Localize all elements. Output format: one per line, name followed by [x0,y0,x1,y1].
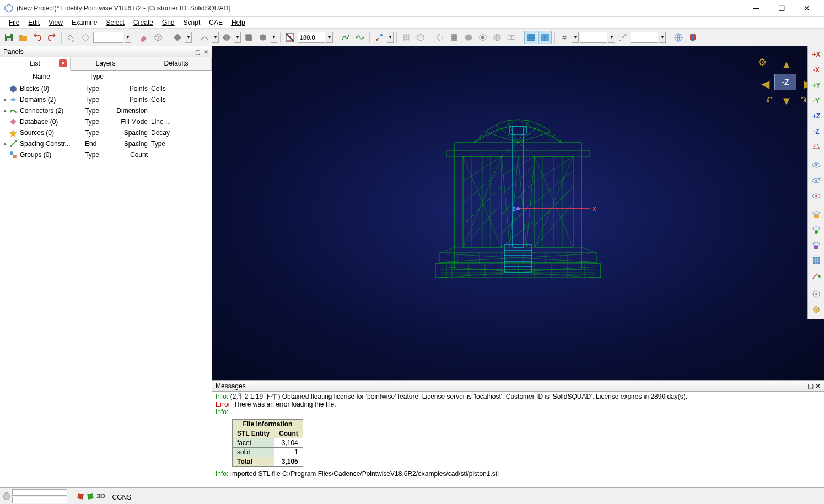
tree-row-database[interactable]: Database (0) Type Fill Mode Line ... [0,116,212,127]
menu-help[interactable]: Help [227,18,250,28]
eye-icon-1[interactable] [809,158,823,172]
spline-icon-2[interactable] [353,31,367,44]
eye-purple-icon[interactable] [809,238,823,252]
eraser-icon[interactable] [137,31,150,44]
tab-list[interactable]: List ✕ [0,57,71,71]
view-plus-y[interactable]: +Y [809,78,823,93]
tree-row-blocks[interactable]: Blocks (0) Type Points Cells [0,83,212,94]
tool-icon-1[interactable] [64,31,78,44]
node-icon[interactable] [373,31,386,44]
angle-dropdown[interactable]: ▾ [326,32,333,43]
globe-icon[interactable] [672,31,685,44]
mesh-icon-2[interactable] [414,31,427,44]
nav-up-icon[interactable]: ▲ [781,58,792,71]
menu-select[interactable]: Select [102,18,129,28]
tool-icon-2[interactable] [79,31,92,44]
menu-file[interactable]: File [4,18,24,28]
nav-down-icon[interactable]: ▼ [781,95,792,107]
mesh-icon-1[interactable] [400,31,413,44]
tree-row-sources[interactable]: Sources (0) Type Spacing Decay [0,127,212,138]
menu-view[interactable]: View [44,18,67,28]
view-plus-z[interactable]: +Z [809,109,823,123]
panel-float-icon[interactable]: ▢ [195,49,200,55]
panel-close-icon[interactable]: ✕ [204,49,208,55]
layers-icon[interactable] [242,31,255,44]
tree-row-connectors[interactable]: ▸ Connectors (2) Type Dimension [0,105,212,116]
open-icon[interactable] [17,31,30,44]
eye-grid-icon[interactable] [809,253,823,268]
eye-red-icon[interactable] [809,189,823,203]
sphere-icon[interactable] [220,31,233,44]
view-minus-y[interactable]: -Y [809,94,823,108]
curve-dropdown-1[interactable]: ▾ [212,32,219,43]
tree-row-domains[interactable]: ▸ Domains (2) Type Points Cells [0,94,212,105]
toolbar-dropdown-3[interactable]: ▾ [659,32,666,43]
grid-toggle-1[interactable] [524,31,537,44]
minimize-button[interactable]: ─ [744,0,769,17]
diamond-icon-2[interactable] [433,31,446,44]
redo-icon[interactable] [45,31,58,44]
col-type[interactable]: Type [83,73,110,80]
circles-icon[interactable] [505,31,518,44]
tree-row-spacing[interactable]: ▸ Spacing Constr... End Spacing Type [0,138,212,149]
close-button[interactable]: ✕ [794,0,820,17]
sphere-wire-icon[interactable] [491,31,504,44]
eye-layers-icon[interactable] [809,207,823,221]
tab-defaults[interactable]: Defaults [141,57,212,70]
toolbar-dropdown-2[interactable]: ▾ [608,32,615,43]
sphere-dropdown[interactable]: ▾ [234,32,241,43]
menu-grid[interactable]: Grid [158,18,179,28]
shaded-dropdown[interactable]: ▾ [271,32,277,43]
eye-green-icon[interactable] [809,223,823,237]
cube-small-icon[interactable] [809,302,823,317]
diamond-dropdown[interactable]: ▾ [185,32,192,43]
toolbar-input-2[interactable] [580,32,607,43]
tab-layers[interactable]: Layers [71,57,141,70]
messages-body[interactable]: Info: (2月 2 1:19 下午) Obtained floating l… [212,392,824,487]
diamond-icon[interactable] [171,31,184,44]
block-icon-2[interactable] [476,31,489,44]
node-dropdown[interactable]: ▾ [387,32,394,43]
menu-cae[interactable]: CAE [204,18,227,28]
curve-tool-icon[interactable] [809,269,823,283]
view-plus-x[interactable]: +X [809,47,823,62]
view-minus-x[interactable]: -X [809,63,823,77]
toolbar-dropdown-1[interactable]: ▾ [125,32,131,43]
maximize-button[interactable]: ☐ [769,0,794,17]
hash-icon[interactable]: # [558,31,571,44]
menu-create[interactable]: Create [129,18,158,28]
block-icon-1[interactable] [462,31,475,44]
spline-icon-1[interactable] [339,31,352,44]
toolbar-input-1[interactable] [93,32,123,43]
messages-close-icon[interactable]: ✕ [815,382,821,390]
nav-ccw-icon[interactable]: ↶ [763,94,775,106]
menu-script[interactable]: Script [179,18,205,28]
col-name[interactable]: Name [0,73,83,80]
shield-icon[interactable] [686,31,699,44]
measure-icon[interactable] [616,31,629,44]
hash-dropdown[interactable]: ▾ [572,32,579,43]
save-icon[interactable] [2,31,15,44]
target-icon[interactable] [809,287,823,301]
nav-gear-icon[interactable]: ⚙ [758,56,767,68]
angle-icon[interactable] [283,31,297,44]
nav-left-icon[interactable]: ◀ [761,77,769,90]
3d-viewport[interactable]: x z ⚙ ⌂ ▲ ◀ ▶ ▼ ↶ ↷ -Z [212,46,824,380]
nav-cube[interactable]: -Z [774,74,796,90]
toolbar-input-3[interactable] [631,32,658,43]
tab-list-close[interactable]: ✕ [59,59,67,67]
undo-icon[interactable] [31,31,44,44]
view-iso-icon[interactable] [809,140,823,154]
tree-row-groups[interactable]: Groups (0) Type Count [0,149,212,160]
eye-icon-2[interactable] [809,174,823,188]
menu-examine[interactable]: Examine [67,18,102,28]
menu-edit[interactable]: Edit [24,18,44,28]
angle-input[interactable] [298,32,325,43]
view-minus-z[interactable]: -Z [809,124,823,139]
shaded-icon[interactable] [256,31,270,44]
grid-shaded-icon[interactable] [448,31,461,44]
messages-float-icon[interactable]: ▢ [807,382,814,390]
curve-icon-1[interactable] [198,31,211,44]
cube-icon[interactable] [152,31,165,44]
grid-toggle-2[interactable] [538,31,552,44]
